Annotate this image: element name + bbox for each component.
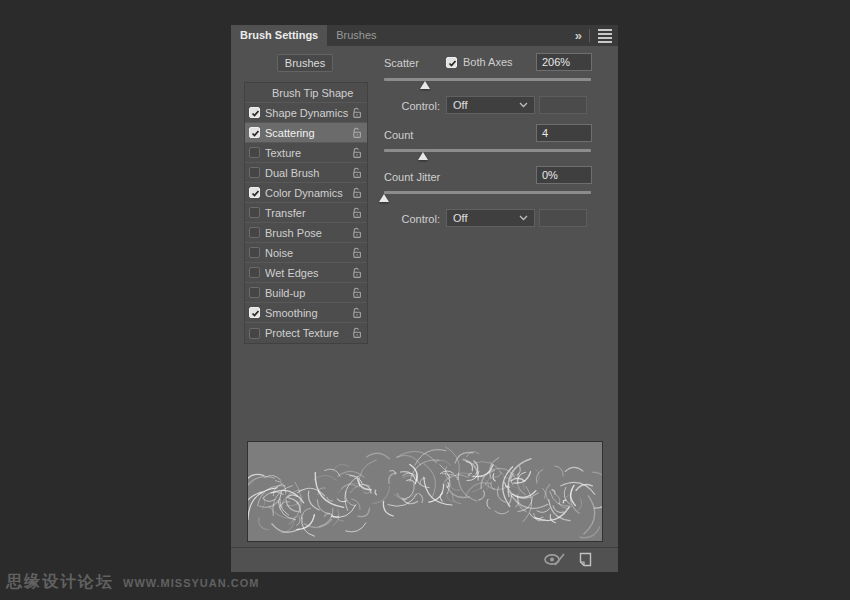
control2-dropdown-value: Off (453, 210, 467, 226)
sidebar-item-label: Dual Brush (265, 167, 351, 179)
sidebar-item-label: Wet Edges (265, 267, 351, 279)
brush-stroke-image (248, 442, 602, 541)
brushes-button[interactable]: Brushes (277, 54, 333, 72)
scatter-slider[interactable] (384, 77, 591, 91)
control2-dropdown[interactable]: Off (446, 209, 535, 227)
checkbox-checked-icon (446, 57, 457, 68)
count-jitter-slider[interactable] (384, 190, 591, 204)
item-checkbox[interactable] (249, 167, 260, 178)
watermark-site-name: 思缘设计论坛 (6, 572, 114, 593)
panel-tab-bar: Brush Settings Brushes » (231, 25, 618, 46)
item-checkbox[interactable] (249, 187, 260, 198)
open-padlock-icon[interactable] (351, 247, 363, 259)
open-padlock-icon[interactable] (351, 327, 363, 339)
sidebar-item-label: Protect Texture (265, 327, 351, 339)
both-axes-checkbox[interactable]: Both Axes (446, 56, 513, 68)
item-checkbox[interactable] (249, 287, 260, 298)
slider-thumb[interactable] (420, 81, 430, 89)
watermark-site-url: WWW.MISSYUAN.COM (123, 577, 259, 589)
control1-dropdown[interactable]: Off (446, 96, 535, 114)
scatter-label: Scatter (384, 57, 419, 69)
sidebar-item-wet-edges[interactable]: Wet Edges (245, 263, 367, 283)
sidebar-item-protect-texture[interactable]: Protect Texture (245, 323, 367, 343)
sidebar-item-transfer[interactable]: Transfer (245, 203, 367, 223)
watermark: 思缘设计论坛 WWW.MISSYUAN.COM (6, 572, 259, 593)
brush-stroke-preview (247, 441, 603, 542)
control2-extra-input (539, 209, 587, 227)
open-padlock-icon[interactable] (351, 267, 363, 279)
count-slider[interactable] (384, 148, 591, 162)
item-checkbox[interactable] (249, 328, 260, 339)
collapse-panel-icon[interactable]: » (567, 28, 589, 43)
control1-dropdown-value: Off (453, 97, 467, 113)
item-checkbox[interactable] (249, 127, 260, 138)
count-value-input[interactable]: 4 (536, 124, 592, 142)
open-padlock-icon[interactable] (351, 167, 363, 179)
live-brush-preview-toggle-icon[interactable] (543, 552, 567, 567)
sidebar-item-label: Color Dynamics (265, 187, 351, 199)
slider-track (384, 149, 591, 152)
sidebar-item-label: Noise (265, 247, 351, 259)
control1-extra-input (539, 96, 587, 114)
open-padlock-icon[interactable] (351, 207, 363, 219)
sidebar-item-label: Smoothing (265, 307, 351, 319)
open-padlock-icon[interactable] (351, 287, 363, 299)
item-checkbox[interactable] (249, 247, 260, 258)
sidebar-item-label: Scattering (265, 127, 351, 139)
panel-tab-icons: » (567, 25, 618, 46)
control2-label: Control: (384, 213, 440, 225)
brush-options-list: Brush Tip Shape Shape DynamicsScattering… (244, 82, 368, 344)
open-padlock-icon[interactable] (351, 187, 363, 199)
open-padlock-icon[interactable] (351, 147, 363, 159)
sidebar-item-shape-dynamics[interactable]: Shape Dynamics (245, 103, 367, 123)
item-checkbox[interactable] (249, 207, 260, 218)
sidebar-item-build-up[interactable]: Build-up (245, 283, 367, 303)
open-padlock-icon[interactable] (351, 107, 363, 119)
sidebar-item-label: Build-up (265, 287, 351, 299)
slider-track (384, 191, 591, 194)
item-checkbox[interactable] (249, 307, 260, 318)
sidebar-item-dual-brush[interactable]: Dual Brush (245, 163, 367, 183)
open-padlock-icon[interactable] (351, 307, 363, 319)
panel-menu-icon[interactable] (598, 29, 612, 43)
footer-divider (231, 547, 618, 548)
slider-track (384, 78, 591, 81)
sidebar-item-label: Transfer (265, 207, 351, 219)
open-padlock-icon[interactable] (351, 127, 363, 139)
scatter-value-input[interactable]: 206% (536, 53, 592, 71)
sidebar-item-brush-pose[interactable]: Brush Pose (245, 223, 367, 243)
brush-settings-panel: Brush Settings Brushes » Brushes Brush T… (231, 25, 618, 572)
control1-label: Control: (384, 100, 440, 112)
sidebar-item-label: Shape Dynamics (265, 107, 351, 119)
item-checkbox[interactable] (249, 147, 260, 158)
sidebar-item-brush-tip-shape[interactable]: Brush Tip Shape (245, 83, 367, 103)
count-jitter-value-input[interactable]: 0% (536, 166, 592, 184)
chevron-down-icon (519, 102, 528, 108)
sidebar-item-color-dynamics[interactable]: Color Dynamics (245, 183, 367, 203)
sidebar-item-texture[interactable]: Texture (245, 143, 367, 163)
sidebar-item-label: Texture (265, 147, 351, 159)
open-padlock-icon[interactable] (351, 227, 363, 239)
count-jitter-label: Count Jitter (384, 171, 440, 183)
slider-thumb[interactable] (379, 194, 389, 202)
sidebar-item-label: Brush Tip Shape (272, 87, 363, 99)
item-checkbox[interactable] (249, 107, 260, 118)
create-new-brush-icon[interactable] (577, 552, 592, 567)
tab-brushes[interactable]: Brushes (327, 25, 385, 46)
divider (589, 29, 590, 42)
count-label: Count (384, 129, 413, 141)
tab-brush-settings[interactable]: Brush Settings (231, 25, 327, 46)
sidebar-item-noise[interactable]: Noise (245, 243, 367, 263)
item-checkbox[interactable] (249, 267, 260, 278)
item-checkbox[interactable] (249, 227, 260, 238)
sidebar-item-scattering[interactable]: Scattering (245, 123, 367, 143)
chevron-down-icon (519, 215, 528, 221)
sidebar-item-label: Brush Pose (265, 227, 351, 239)
both-axes-label: Both Axes (463, 56, 513, 68)
sidebar-item-smoothing[interactable]: Smoothing (245, 303, 367, 323)
slider-thumb[interactable] (418, 152, 428, 160)
